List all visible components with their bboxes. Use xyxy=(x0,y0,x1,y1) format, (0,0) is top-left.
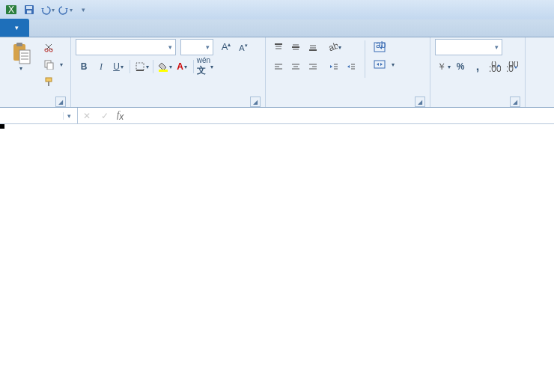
underline-button[interactable]: U▾ xyxy=(110,58,127,75)
cut-button[interactable] xyxy=(40,39,66,55)
ribbon-tabs xyxy=(0,19,554,37)
format-painter-button[interactable] xyxy=(40,73,66,90)
align-top-button[interactable] xyxy=(270,39,287,55)
font-name-combo[interactable]: ▾ xyxy=(76,39,176,55)
orientation-icon: ab xyxy=(327,42,338,52)
align-bottom-button[interactable] xyxy=(305,39,321,55)
fill-color-icon xyxy=(158,61,168,72)
svg-rect-14 xyxy=(47,63,53,70)
dropdown-icon[interactable]: ▾ xyxy=(165,43,175,51)
save-icon xyxy=(24,4,34,15)
merge-icon xyxy=(374,58,386,70)
svg-text:ab: ab xyxy=(327,42,338,52)
brush-icon xyxy=(43,76,54,87)
align-left-button[interactable] xyxy=(270,58,287,75)
paste-icon xyxy=(10,41,31,65)
cancel-formula-button[interactable]: ✕ xyxy=(78,111,96,121)
undo-icon xyxy=(40,4,51,15)
font-dialog-launcher[interactable]: ◢ xyxy=(250,97,261,107)
svg-rect-19 xyxy=(159,70,168,72)
orientation-button[interactable]: ab▾ xyxy=(326,39,342,55)
svg-text:￥: ￥ xyxy=(437,61,446,72)
svg-rect-3 xyxy=(26,6,32,9)
excel-icon[interactable]: X xyxy=(3,1,19,18)
decrease-decimal-button[interactable]: .00.0 xyxy=(504,58,520,75)
phonetic-button[interactable]: wén文▾ xyxy=(197,58,213,75)
name-box-input[interactable] xyxy=(0,111,63,121)
group-number: ▾ ￥▾ % , .0.00 .00.0 ◢ xyxy=(430,37,526,107)
number-format-combo[interactable]: ▾ xyxy=(435,39,502,55)
font-size-input[interactable] xyxy=(181,40,202,55)
wrap-text-icon: ab xyxy=(374,41,386,53)
svg-point-11 xyxy=(45,49,48,52)
name-box[interactable]: ▾ xyxy=(0,108,78,123)
group-clipboard: ▾ ▾ ◢ xyxy=(0,37,71,107)
font-color-button[interactable]: A▾ xyxy=(174,58,190,75)
grow-font-icon: A▴ xyxy=(222,41,231,52)
svg-text:.00: .00 xyxy=(489,64,501,72)
clipboard-dialog-launcher[interactable]: ◢ xyxy=(55,97,66,107)
svg-rect-15 xyxy=(46,78,52,82)
align-middle-button[interactable] xyxy=(287,39,304,55)
svg-rect-47 xyxy=(374,61,385,68)
border-button[interactable]: ▾ xyxy=(133,58,150,75)
align-left-icon xyxy=(273,61,284,72)
svg-rect-6 xyxy=(16,43,22,46)
fill-color-button[interactable]: ▾ xyxy=(156,58,173,75)
name-box-dropdown[interactable]: ▾ xyxy=(63,112,75,120)
align-right-button[interactable] xyxy=(305,58,321,75)
align-center-icon xyxy=(290,61,301,72)
redo-button[interactable]: ▾ xyxy=(57,1,73,18)
align-center-button[interactable] xyxy=(287,58,304,75)
increase-decimal-icon: .0.00 xyxy=(489,61,501,72)
accounting-format-button[interactable]: ￥▾ xyxy=(435,58,451,75)
increase-indent-button[interactable] xyxy=(343,58,359,75)
percent-button[interactable]: % xyxy=(452,58,469,75)
copy-button[interactable]: ▾ xyxy=(40,56,66,73)
undo-button[interactable]: ▾ xyxy=(39,1,55,18)
number-dialog-launcher[interactable]: ◢ xyxy=(510,97,520,107)
svg-point-12 xyxy=(49,49,52,52)
wrap-text-button[interactable]: ab xyxy=(371,39,398,55)
decrease-decimal-icon: .00.0 xyxy=(506,61,518,72)
font-name-input[interactable] xyxy=(76,40,165,55)
number-format-input[interactable] xyxy=(436,40,491,55)
font-color-icon: A xyxy=(177,61,183,72)
formula-input[interactable] xyxy=(127,111,554,121)
ribbon: ▾ ▾ ◢ ▾ ▾ A▴ A▾ B I U▾ xyxy=(0,37,554,108)
decrease-indent-button[interactable] xyxy=(326,58,342,75)
quick-access-toolbar: X ▾ ▾ ▾ xyxy=(3,1,91,18)
align-right-icon xyxy=(308,61,318,72)
bold-button[interactable]: B xyxy=(76,58,92,75)
worksheet-grid[interactable] xyxy=(0,124,554,392)
align-bottom-icon xyxy=(308,42,318,52)
grow-font-button[interactable]: A▴ xyxy=(218,39,234,55)
shrink-font-button[interactable]: A▾ xyxy=(235,39,252,55)
file-tab[interactable] xyxy=(0,19,29,37)
svg-rect-16 xyxy=(48,82,49,86)
svg-rect-4 xyxy=(27,10,31,13)
align-middle-icon xyxy=(290,42,301,52)
currency-icon: ￥ xyxy=(436,61,447,72)
svg-text:ab: ab xyxy=(376,41,386,50)
title-bar: X ▾ ▾ ▾ xyxy=(0,0,554,19)
merge-center-button[interactable]: ▾ xyxy=(371,56,398,73)
svg-rect-17 xyxy=(136,63,144,70)
qat-customize[interactable]: ▾ xyxy=(75,1,91,18)
comma-button[interactable]: , xyxy=(469,58,486,75)
svg-rect-7 xyxy=(19,50,30,64)
italic-button[interactable]: I xyxy=(93,58,109,75)
enter-formula-button[interactable]: ✓ xyxy=(96,111,114,121)
svg-text:.0: .0 xyxy=(506,64,514,72)
svg-text:X: X xyxy=(8,4,14,15)
alignment-dialog-launcher[interactable]: ◢ xyxy=(415,97,425,107)
fx-icon[interactable]: fx xyxy=(114,109,127,122)
paste-button[interactable]: ▾ xyxy=(4,39,37,74)
font-size-combo[interactable]: ▾ xyxy=(180,39,213,55)
border-icon xyxy=(135,61,145,72)
save-button[interactable] xyxy=(21,1,37,18)
dropdown-icon[interactable]: ▾ xyxy=(491,43,502,51)
increase-decimal-button[interactable]: .0.00 xyxy=(487,58,503,75)
dropdown-icon[interactable]: ▾ xyxy=(202,43,213,51)
increase-indent-icon xyxy=(346,61,356,72)
